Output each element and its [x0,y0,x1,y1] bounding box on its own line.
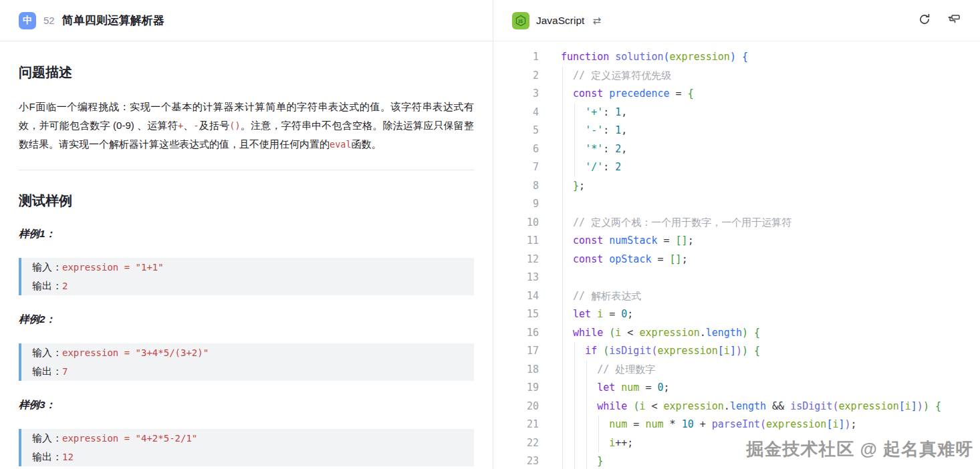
indent-guide [562,177,563,196]
sample-label: 样例3： [19,398,474,412]
code-line: 7 '/': 2 [493,158,980,177]
code-line-content: }; [561,177,585,196]
line-number: 11 [493,232,539,251]
code-line: 18 // 处理数字 [493,361,980,379]
code-line-content: // 解析表达式 [561,287,641,306]
inline-code: () [229,120,240,131]
divider [19,170,474,170]
sample-io-label: 输出： [32,451,62,462]
sample-io-label: 输出： [32,365,62,377]
indent-guide [562,342,563,361]
indent-guide [574,434,575,453]
sample-io-code: expression = "1+1" [62,262,164,273]
line-number: 17 [493,342,539,361]
code-line-content: if (isDigit(expression[i])) { [561,342,760,361]
line-number: 9 [493,195,539,214]
line-number: 10 [493,214,539,232]
line-number: 20 [493,398,539,416]
sample-row: 输出：7 [32,362,463,381]
indent-guide [586,398,587,416]
problem-panel: 中 52 简单四则运算解析器 问题描述 小F面临一个编程挑战：实现一个基本的计算… [0,0,493,469]
indent-guide [586,434,587,453]
indent-guide [598,434,599,453]
code-line-content: '/': 2 [561,158,621,177]
reset-code-button[interactable] [918,13,931,28]
line-number: 19 [493,379,539,398]
line-number: 1 [493,48,539,67]
line-number: 4 [493,104,539,122]
swap-language-icon[interactable]: ⇄ [592,15,601,27]
code-line-content: // 处理数字 [561,361,655,379]
indent-guide [562,140,563,159]
section-heading-tests: 测试样例 [19,192,474,210]
samples: 样例1：输入：expression = "1+1"输出：2样例2：输入：expr… [19,227,474,466]
sample-label: 样例1： [19,227,474,241]
indent-guide [574,140,575,159]
problem-content-scroll[interactable]: 问题描述 小F面临一个编程挑战：实现一个基本的计算器来计算简单的字符串表达式的值… [0,41,493,469]
editor-header: JS JavaScript ⇄ [493,0,980,41]
language-selector[interactable]: JavaScript [536,15,584,27]
line-number: 15 [493,305,539,324]
editor-panel: JS JavaScript ⇄ [493,0,980,469]
sample-io-label: 输入： [32,432,62,444]
sample-io-code: 2 [62,281,68,291]
indent-guide [562,361,563,379]
code-line: 10 // 定义两个栈：一个用于数字，一个用于运算符 [493,214,980,232]
line-number: 12 [493,251,539,269]
line-number: 13 [493,269,539,287]
code-line: 8 }; [493,177,980,196]
code-line-content: num = num * 10 + parseInt(expression[i])… [561,416,857,434]
indent-guide [562,379,563,398]
code-line-content: // 定义运算符优先级 [561,67,671,86]
line-number: 14 [493,287,539,306]
app-window: 中 52 简单四则运算解析器 问题描述 小F面临一个编程挑战：实现一个基本的计算… [0,0,980,469]
refresh-icon [918,13,931,28]
problem-title: 简单四则运算解析器 [62,13,164,28]
line-number: 7 [493,158,539,177]
sample-io-label: 输入： [32,347,62,358]
indent-guide [574,398,575,416]
description-text: 及括号 [199,120,230,131]
code-line: 19 let num = 0; [493,379,980,398]
problem-header: 中 52 简单四则运算解析器 [0,0,493,41]
format-code-button[interactable] [947,13,961,28]
indent-guide [562,398,563,416]
code-line: 2 // 定义运算符优先级 [493,67,980,86]
indent-guide [574,342,575,361]
line-number: 8 [493,177,539,196]
indent-guide [562,434,563,453]
sample-io-label: 输出： [32,280,62,291]
indent-guide [586,361,587,379]
code-line: 20 while (i < expression.length && isDig… [493,398,980,416]
inline-code: + [178,120,183,131]
line-number: 22 [493,434,539,453]
indent-guide [562,195,563,214]
code-line-content: '*': 2, [561,140,627,159]
sample-label: 样例2： [19,313,474,327]
code-line-content: // 定义两个栈：一个用于数字，一个用于运算符 [561,214,791,232]
javascript-logo-icon: JS [512,12,529,29]
code-line: 23 } [493,452,980,469]
indent-guide [586,379,587,398]
indent-guide [562,85,563,104]
code-line-content: function solution(expression) { [561,48,748,67]
sample-io-code: expression = "4+2*5-2/1" [62,433,197,444]
code-editor[interactable]: 1function solution(expression) {2 // 定义运… [493,41,980,469]
indent-guide [574,158,575,177]
code-line-content: const numStack = []; [561,232,694,251]
line-number: 3 [493,85,539,104]
code-line: 21 num = num * 10 + parseInt(expression[… [493,416,980,434]
sample-block: 输入：expression = "3+4*5/(3+2)"输出：7 [19,343,474,381]
line-number: 5 [493,122,539,140]
indent-guide [562,324,563,343]
code-line-content: '-': 1, [561,122,627,140]
description-text: 函数。 [352,138,382,150]
line-number: 2 [493,67,539,86]
inline-code: eval [330,139,352,150]
code-line-content: '+': 1, [561,104,627,122]
code-line: 11 const numStack = []; [493,232,980,251]
sample-row: 输出：2 [32,277,463,295]
code-line: 6 '*': 2, [493,140,980,159]
code-line-content: let num = 0; [561,379,670,398]
code-line-content: i++; [561,434,633,453]
